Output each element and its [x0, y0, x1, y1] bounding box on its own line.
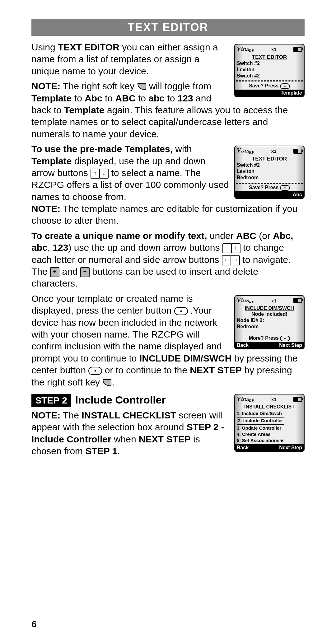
- page-number: 6: [31, 619, 37, 629]
- left-arrow-key-icon: ←: [222, 255, 231, 265]
- brand-logo: VῐzιʌRF: [237, 297, 254, 305]
- screen-title: TEXT EDITOR: [236, 156, 303, 162]
- softkey-right-label: Next Step: [279, 445, 302, 450]
- brand-logo: VῐzιʌRF: [237, 147, 254, 155]
- brand-logo: VῐzιʌRF: [237, 45, 254, 53]
- signal-label: x1: [271, 397, 277, 402]
- softkey-left-label: Back: [237, 445, 249, 450]
- battery-icon: [293, 47, 302, 52]
- up-arrow-key-icon: ↑: [222, 243, 232, 253]
- step-title: Include Controller: [75, 394, 166, 406]
- softkey-right-label: Template: [281, 90, 302, 96]
- center-button-icon: [280, 185, 290, 191]
- battery-icon: [293, 397, 302, 402]
- section-header: TEXT EDITOR: [31, 19, 305, 36]
- signal-label: x1: [271, 298, 277, 303]
- device-screen-install-checklist: VῐzιʌRF x1 INSTALL CHECKLIST 1. Include …: [234, 394, 305, 452]
- triangle-down-icon: [280, 440, 284, 442]
- brand-logo: VῐzιʌRF: [237, 395, 254, 403]
- checklist-item: 1. Include Dim/Swch: [237, 410, 302, 417]
- center-button-icon: [174, 307, 188, 315]
- checklist-item: 3. Update Controller: [237, 425, 302, 431]
- battery-icon: [293, 298, 302, 303]
- signal-label: x1: [271, 148, 277, 154]
- battery-icon: [293, 149, 302, 154]
- device-screen-include-dim-swch: VῐzιʌRF x1 INCLUDE DIM/SWCH Node include…: [234, 295, 305, 349]
- device-screen-text-editor-abc: VῐzιʌRF x1 TEXT EDITOR Switch #2 Leviton…: [234, 146, 305, 199]
- center-button-icon: [280, 336, 290, 341]
- right-soft-key-icon: [137, 83, 147, 91]
- center-button-icon: [88, 367, 102, 375]
- right-arrow-key-icon: →: [231, 255, 240, 265]
- down-arrow-key-icon: ↓: [231, 243, 240, 253]
- softkey-right-label: Next Step: [279, 343, 302, 348]
- signal-label: x1: [271, 47, 277, 52]
- softkey-right-label: Abc: [293, 192, 302, 198]
- right-soft-key-icon: [102, 379, 112, 387]
- softkey-left-label: Back: [237, 343, 249, 348]
- checklist-item: 5. Set Associations: [237, 437, 302, 444]
- minus-key-icon: −: [80, 267, 90, 277]
- screen-title: TEXT EDITOR: [236, 54, 303, 60]
- up-arrow-key-icon: ↑: [91, 169, 100, 179]
- paragraph: To create a unique name or modify text, …: [31, 230, 305, 290]
- checklist-item: 4. Create Areas: [237, 431, 302, 437]
- device-screen-text-editor-template: VῐzιʌRF x1 TEXT EDITOR Switch #2 Leviton…: [234, 44, 305, 97]
- center-button-icon: [280, 83, 290, 89]
- plus-key-icon: +: [50, 267, 59, 277]
- screen-title: INSTALL CHECKLIST: [236, 404, 303, 410]
- checklist-item-selected: 2. Include Controller: [237, 417, 284, 424]
- step-heading: STEP 2 Include Controller: [31, 394, 230, 407]
- screen-title: INCLUDE DIM/SWCH: [236, 306, 303, 311]
- down-arrow-key-icon: ↓: [99, 169, 109, 179]
- step-chip: STEP 2: [31, 394, 71, 407]
